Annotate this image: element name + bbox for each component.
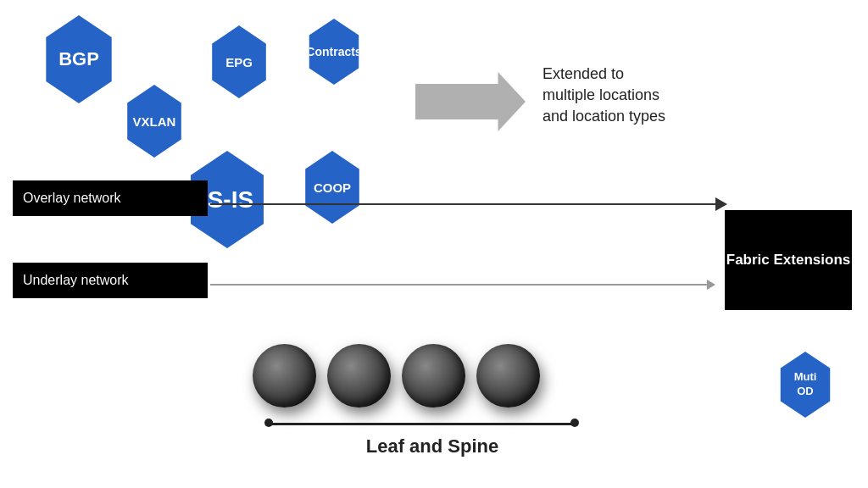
large-arrow-icon [415, 72, 526, 131]
sphere-3 [402, 344, 465, 408]
overlay-arrow-icon [210, 197, 727, 211]
sphere-2 [327, 344, 391, 408]
coop-label: COOP [301, 151, 364, 224]
sphere-4 [476, 344, 540, 408]
contracts-label: Contracts [305, 19, 363, 85]
coop-hex: COOP [301, 151, 364, 224]
spine-dot-right [570, 419, 579, 427]
overlay-arrow-line [210, 203, 715, 205]
fabric-extensions-box: Fabric Extensions [725, 210, 852, 310]
bgp-hex: BGP [41, 15, 117, 103]
underlay-arrow-head [707, 280, 715, 290]
extended-text: Extended to multiple locations and locat… [542, 64, 665, 128]
underlay-network-bar: Underlay network [13, 263, 208, 298]
muti-label: MutiOD [776, 352, 834, 418]
epg-hex: EPG [208, 25, 270, 98]
muti-hex: MutiOD [776, 352, 834, 418]
contracts-hex: Contracts [305, 19, 363, 85]
overlay-arrow-head [715, 197, 727, 211]
overlay-network-bar: Overlay network [13, 180, 208, 216]
sphere-1 [253, 344, 316, 408]
underlay-arrow-icon [210, 280, 717, 290]
leaf-spine-label: Leaf and Spine [305, 435, 559, 458]
underlay-arrow-line [210, 284, 707, 286]
epg-label: EPG [208, 25, 270, 98]
vxlan-label: VXLAN [123, 85, 186, 158]
bgp-label: BGP [41, 15, 117, 103]
spine-dot-left [264, 419, 273, 427]
spine-line [270, 423, 575, 425]
vxlan-hex: VXLAN [123, 85, 186, 158]
